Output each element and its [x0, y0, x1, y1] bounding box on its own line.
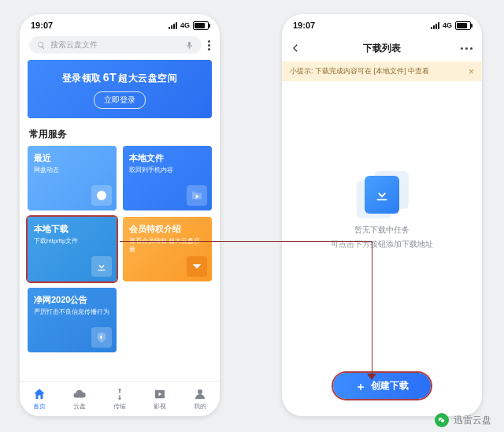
tab-transfer[interactable]: 传输	[100, 382, 140, 416]
status-bar: 19:07 4G	[20, 14, 220, 36]
more-icon[interactable]	[208, 40, 210, 50]
primary-button-label: 创建下载	[371, 379, 409, 393]
annotation-arrowhead-icon	[367, 374, 376, 380]
tab-cloud[interactable]: 云盘	[60, 382, 100, 416]
service-grid: 最近 网盘动态 本地文件 取回到手机内容 本地下载 下载http/ftp文件 会…	[20, 146, 220, 352]
watermark-text: 迅雷云盘	[454, 414, 491, 427]
signal-icon	[169, 22, 177, 29]
network-label: 4G	[180, 21, 190, 29]
tile-sub: 网盘动态	[34, 166, 110, 174]
search-input[interactable]: 搜索云盘文件	[29, 36, 202, 54]
chevron-left-icon	[290, 43, 301, 54]
mic-icon[interactable]	[185, 41, 194, 50]
tile-sub: 严厉打击不良信息传播行为	[34, 307, 110, 316]
cloud-icon	[72, 387, 87, 401]
bottom-tabbar: 首页 云盘 传输 影视 我的	[20, 381, 220, 416]
tip-text: 小提示: 下载完成内容可在 [本地文件] 中查看	[290, 66, 429, 76]
battery-icon	[455, 21, 471, 30]
page-title: 下载列表	[363, 42, 401, 55]
tile-sub: 查看会员特权 超大云盘容量	[129, 236, 206, 254]
wechat-icon	[435, 413, 449, 427]
user-icon	[193, 387, 207, 401]
search-placeholder: 搜索云盘文件	[50, 39, 98, 50]
status-time: 19:07	[293, 20, 315, 30]
tile-sub: 取回到手机内容	[129, 166, 206, 174]
login-button[interactable]: 立即登录	[94, 91, 146, 109]
empty-title: 暂无下载中任务	[354, 225, 410, 236]
tab-video[interactable]: 影视	[139, 382, 180, 416]
search-row: 搜索云盘文件	[20, 36, 220, 60]
tip-banner: 小提示: 下载完成内容可在 [本地文件] 中查看 ×	[282, 61, 482, 81]
video-icon	[153, 387, 167, 401]
create-download-button[interactable]: ＋ 创建下载	[333, 373, 431, 399]
tab-me[interactable]: 我的	[180, 382, 220, 416]
promo-title: 登录领取6T超大云盘空间	[35, 71, 204, 85]
signal-icon	[431, 22, 439, 29]
titlebar: 下载列表	[282, 36, 482, 60]
back-button[interactable]	[290, 43, 301, 54]
close-icon[interactable]: ×	[469, 67, 474, 76]
plus-icon: ＋	[355, 381, 366, 392]
download-icon	[91, 256, 112, 277]
tile-title: 本地下载	[34, 223, 110, 235]
section-title: 常用服务	[20, 118, 220, 146]
status-right: 4G	[169, 21, 209, 30]
tile-title: 本地文件	[129, 152, 206, 164]
tile-vip-intro[interactable]: 会员特权介绍 查看会员特权 超大云盘容量	[123, 217, 212, 281]
tile-notice-2020[interactable]: 净网2020公告 严厉打击不良信息传播行为	[28, 288, 117, 352]
tile-local-files[interactable]: 本地文件 取回到手机内容	[123, 146, 212, 210]
home-icon	[32, 387, 46, 401]
more-icon[interactable]	[461, 47, 472, 50]
chevron-down-icon	[187, 256, 207, 277]
tile-sub: 下载http/ftp文件	[34, 236, 110, 245]
battery-icon	[193, 21, 209, 30]
create-download-highlight: ＋ 创建下载	[333, 373, 431, 399]
tile-local-download[interactable]: 本地下载 下载http/ftp文件	[28, 217, 117, 281]
source-watermark: 迅雷云盘	[435, 413, 491, 427]
promo-banner[interactable]: 登录领取6T超大云盘空间 立即登录	[28, 60, 212, 118]
tab-home[interactable]: 首页	[20, 382, 60, 416]
status-right: 4G	[431, 21, 471, 30]
download-icon	[365, 176, 399, 214]
phone-screen-home: 19:07 4G 搜索云盘文件 登录领取6T超大云盘空间 立即登录 常用服务 最…	[20, 14, 220, 416]
tile-recent[interactable]: 最近 网盘动态	[28, 146, 117, 210]
status-time: 19:07	[31, 20, 53, 30]
shield-icon	[91, 327, 112, 348]
clock-icon	[91, 185, 112, 206]
tile-title: 最近	[34, 152, 110, 164]
phone-screen-downloads: 19:07 4G 下载列表 小提示: 下载完成内容可在 [本地文件] 中查看 ×…	[282, 14, 482, 416]
tile-title: 会员特权介绍	[129, 223, 206, 235]
annotation-arrow	[372, 241, 372, 375]
status-bar: 19:07 4G	[282, 14, 482, 36]
network-label: 4G	[443, 21, 452, 29]
transfer-icon	[113, 387, 127, 401]
folder-play-icon	[187, 185, 207, 206]
search-icon	[37, 41, 46, 50]
annotation-arrow	[120, 241, 372, 242]
tile-title: 净网2020公告	[34, 294, 110, 306]
empty-state: 暂无下载中任务 可点击下方按钮添加下载地址	[282, 176, 482, 250]
